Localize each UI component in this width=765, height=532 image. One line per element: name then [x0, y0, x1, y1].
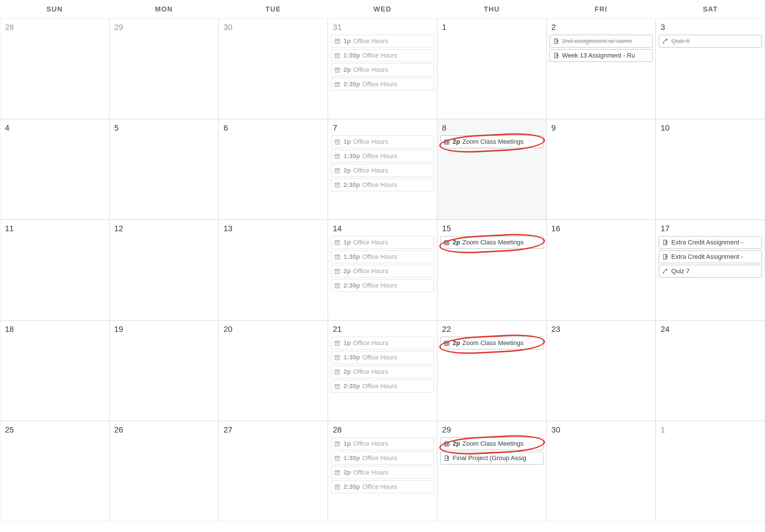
event-list: 2p Zoom Class Meetings: [440, 337, 543, 349]
calendar-event[interactable]: 1p Office Hours: [331, 135, 434, 148]
calendar-event[interactable]: 1:30p Office Hours: [331, 351, 434, 364]
calendar-event[interactable]: 2:30p Office Hours: [331, 380, 434, 393]
calendar-event[interactable]: 2p Zoom Class Meetings: [440, 437, 543, 450]
event-time: 1:30p: [344, 454, 360, 462]
calendar-event[interactable]: 1p Office Hours: [331, 337, 434, 349]
day-number: 30: [222, 22, 325, 35]
event-time: 2p: [344, 66, 351, 74]
calendar-event[interactable]: 1p Office Hours: [331, 236, 434, 249]
calendar-event[interactable]: Week 13 Assignment - Ru: [550, 49, 653, 62]
day-cell[interactable]: 9: [546, 119, 656, 220]
day-cell[interactable]: 19: [109, 320, 219, 421]
day-cell[interactable]: 292p Zoom Class MeetingsFinal Project (G…: [437, 421, 546, 522]
day-cell[interactable]: 28: [0, 18, 109, 119]
day-number: 29: [440, 424, 543, 437]
day-cell[interactable]: 18: [0, 320, 109, 421]
day-cell[interactable]: 22nd assignment w/ sameWeek 13 Assignmen…: [546, 18, 656, 119]
calendar-event[interactable]: 2p Zoom Class Meetings: [440, 236, 543, 249]
day-cell[interactable]: 222p Zoom Class Meetings: [437, 320, 546, 421]
calendar-event[interactable]: Quiz 6: [659, 35, 762, 48]
day-number: 14: [331, 223, 434, 236]
day-cell[interactable]: 13: [219, 220, 328, 320]
day-number: 21: [331, 324, 434, 337]
day-cell[interactable]: 82p Zoom Class Meetings: [437, 119, 546, 220]
day-number: 10: [659, 122, 762, 135]
calendar-event[interactable]: 1:30p Office Hours: [331, 250, 434, 263]
day-cell[interactable]: 12: [109, 220, 219, 320]
day-number: 16: [550, 223, 653, 236]
calendar: SUN MON TUE WED THU FRI SAT 282930311p O…: [0, 0, 765, 522]
calendar-event[interactable]: 2p Office Hours: [331, 366, 434, 378]
day-cell[interactable]: 281p Office Hours1:30p Office Hours2p Of…: [328, 421, 437, 522]
calendar-event[interactable]: 1:30p Office Hours: [331, 49, 434, 62]
calendar-event[interactable]: Quiz 7: [659, 265, 762, 278]
cal-plus-icon: [334, 181, 341, 189]
event-time: 2:30p: [344, 181, 360, 189]
calendar-grid: 282930311p Office Hours1:30p Office Hour…: [0, 18, 765, 522]
calendar-event[interactable]: 2:30p Office Hours: [331, 480, 434, 493]
cal-grid-icon: [443, 239, 450, 246]
cal-plus-icon: [334, 152, 341, 160]
day-cell[interactable]: 1: [437, 18, 546, 119]
calendar-event[interactable]: 2p Zoom Class Meetings: [440, 337, 543, 349]
day-cell[interactable]: 1: [656, 421, 765, 522]
day-cell[interactable]: 71p Office Hours1:30p Office Hours2p Off…: [328, 119, 437, 220]
event-title: Office Hours: [363, 181, 397, 189]
day-cell[interactable]: 27: [219, 421, 328, 522]
day-cell[interactable]: 10: [656, 119, 765, 220]
day-cell[interactable]: 6: [219, 119, 328, 220]
calendar-event[interactable]: 2p Office Hours: [331, 64, 434, 76]
event-time: 1p: [344, 239, 351, 246]
calendar-event[interactable]: 1:30p Office Hours: [331, 452, 434, 464]
calendar-event[interactable]: 1:30p Office Hours: [331, 150, 434, 162]
day-cell[interactable]: 20: [219, 320, 328, 421]
day-cell[interactable]: 29: [109, 18, 219, 119]
calendar-event[interactable]: 2nd assignment w/ same: [550, 35, 653, 48]
calendar-event[interactable]: Extra Credit Assignment -: [659, 250, 762, 263]
calendar-event[interactable]: 2p Zoom Class Meetings: [440, 135, 543, 148]
calendar-event[interactable]: 2p Office Hours: [331, 164, 434, 177]
cal-grid-icon: [443, 339, 450, 347]
dow-mon: MON: [109, 0, 219, 18]
calendar-event[interactable]: 1p Office Hours: [331, 35, 434, 48]
event-title: Office Hours: [353, 239, 388, 246]
day-cell[interactable]: 5: [109, 119, 219, 220]
event-title: Zoom Class Meetings: [462, 138, 524, 145]
day-number: 5: [113, 122, 216, 135]
event-list: Extra Credit Assignment -Extra Credit As…: [659, 236, 762, 278]
calendar-event[interactable]: Extra Credit Assignment -: [659, 236, 762, 249]
day-cell[interactable]: 141p Office Hours1:30p Office Hours2p Of…: [328, 220, 437, 320]
event-list: 2p Zoom Class Meetings: [440, 135, 543, 148]
event-title: Office Hours: [363, 253, 397, 261]
day-cell[interactable]: 23: [546, 320, 656, 421]
event-title: Quiz 7: [671, 267, 690, 275]
event-title: Final Project (Group Assig: [453, 454, 526, 462]
assignment-icon: [443, 454, 450, 462]
day-cell[interactable]: 30: [219, 18, 328, 119]
calendar-event[interactable]: 2p Office Hours: [331, 265, 434, 278]
day-cell[interactable]: 24: [656, 320, 765, 421]
day-cell[interactable]: 16: [546, 220, 656, 320]
day-cell[interactable]: 3Quiz 6: [656, 18, 765, 119]
day-cell[interactable]: 17Extra Credit Assignment -Extra Credit …: [656, 220, 765, 320]
calendar-event[interactable]: 2:30p Office Hours: [331, 178, 434, 191]
day-cell[interactable]: 4: [0, 119, 109, 220]
event-time: 2:30p: [344, 483, 360, 491]
day-cell[interactable]: 152p Zoom Class Meetings: [437, 220, 546, 320]
day-cell[interactable]: 11: [0, 220, 109, 320]
calendar-event[interactable]: 1p Office Hours: [331, 437, 434, 450]
day-of-week-header: SUN MON TUE WED THU FRI SAT: [0, 0, 765, 18]
event-title: Office Hours: [353, 368, 388, 376]
calendar-event[interactable]: 2:30p Office Hours: [331, 279, 434, 292]
calendar-event[interactable]: Final Project (Group Assig: [440, 452, 543, 464]
event-time: 2p: [453, 339, 460, 347]
day-cell[interactable]: 311p Office Hours1:30p Office Hours2p Of…: [328, 18, 437, 119]
day-number: 31: [331, 22, 434, 35]
calendar-event[interactable]: 2:30p Office Hours: [331, 78, 434, 91]
day-cell[interactable]: 30: [546, 421, 656, 522]
day-cell[interactable]: 26: [109, 421, 219, 522]
calendar-event[interactable]: 2p Office Hours: [331, 466, 434, 479]
day-cell[interactable]: 211p Office Hours1:30p Office Hours2p Of…: [328, 320, 437, 421]
assignment-icon: [552, 52, 560, 59]
day-cell[interactable]: 25: [0, 421, 109, 522]
